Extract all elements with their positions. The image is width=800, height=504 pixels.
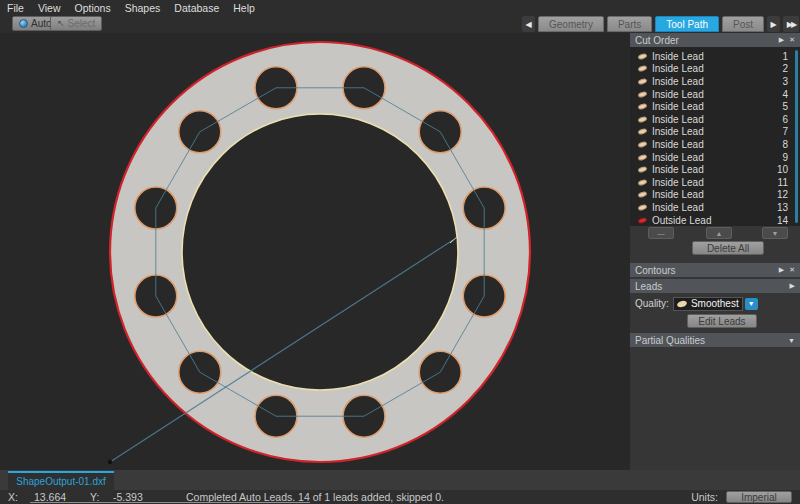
lead-row-number: 3 xyxy=(782,76,788,87)
lead-row-label: Inside Lead xyxy=(652,51,782,62)
cut-order-row[interactable]: Inside Lead6 xyxy=(630,113,800,126)
units-label: Units: xyxy=(691,491,718,503)
cut-order-row[interactable]: Inside Lead11 xyxy=(630,176,800,189)
right-panel: Cut Order ▶ ✕ Inside Lead1Inside Lead2In… xyxy=(630,33,800,470)
application-window: File View Options Shapes Database Help A… xyxy=(0,0,800,504)
cut-order-row[interactable]: Inside Lead9 xyxy=(630,151,800,164)
lead-row-label: Inside Lead xyxy=(652,126,782,137)
lead-row-label: Inside Lead xyxy=(652,152,782,163)
quality-dropdown-arrow-icon[interactable]: ▼ xyxy=(745,298,758,310)
drawing-canvas[interactable] xyxy=(0,33,630,470)
menu-options[interactable]: Options xyxy=(75,2,111,14)
inside-lead-icon xyxy=(637,90,647,98)
inside-lead-icon xyxy=(637,78,647,86)
menu-database[interactable]: Database xyxy=(174,2,219,14)
cut-order-row[interactable]: Inside Lead10 xyxy=(630,163,800,176)
inside-lead-icon xyxy=(637,128,647,136)
quality-dropdown[interactable]: Smoothest xyxy=(673,297,743,311)
cut-order-expand-icon[interactable]: ▶ xyxy=(779,36,784,44)
menu-shapes[interactable]: Shapes xyxy=(125,2,161,14)
lead-row-label: Inside Lead xyxy=(652,202,777,213)
document-tab[interactable]: ShapeOutput-01.dxf xyxy=(8,471,114,490)
contours-close-icon[interactable]: ✕ xyxy=(789,266,795,274)
tab-post[interactable]: Post xyxy=(722,16,764,32)
tab-geometry[interactable]: Geometry xyxy=(538,16,604,32)
cut-order-scrollbar[interactable] xyxy=(795,50,798,223)
cut-order-row[interactable]: Inside Lead2 xyxy=(630,63,800,76)
contours-header[interactable]: Contours ▶ ✕ xyxy=(630,263,800,277)
lead-row-number: 10 xyxy=(777,164,788,175)
status-divider xyxy=(30,502,310,503)
tabs-last-arrow-button[interactable]: ▶▶ xyxy=(783,16,799,32)
move-up-button[interactable]: ▲ xyxy=(706,227,732,239)
lead-row-label: Inside Lead xyxy=(652,101,782,112)
leads-header[interactable]: Leads ▶ xyxy=(630,279,800,293)
document-tab-strip: ShapeOutput-01.dxf xyxy=(0,470,800,490)
lead-row-label: Inside Lead xyxy=(652,164,777,175)
lead-row-label: Inside Lead xyxy=(652,114,782,125)
inside-lead-icon xyxy=(637,65,647,73)
document-tab-label: ShapeOutput-01.dxf xyxy=(16,476,106,487)
cut-order-row[interactable]: Inside Lead1 xyxy=(630,50,800,63)
inside-lead-icon xyxy=(637,166,647,174)
tab-tool-path[interactable]: Tool Path xyxy=(655,16,719,32)
lead-row-number: 7 xyxy=(782,126,788,137)
lead-row-label: Inside Lead xyxy=(652,63,782,74)
cut-order-row[interactable]: Inside Lead3 xyxy=(630,75,800,88)
outside-lead-icon xyxy=(637,216,647,224)
auto-globe-icon xyxy=(19,19,28,28)
cut-order-row[interactable]: Inside Lead7 xyxy=(630,126,800,139)
partial-qualities-header[interactable]: Partial Qualities ▼ xyxy=(630,333,800,347)
quality-label: Quality: xyxy=(635,298,669,309)
leads-expand-icon[interactable]: ▶ xyxy=(790,282,795,290)
auto-button-label: Auto xyxy=(31,18,52,29)
units-selector[interactable]: Imperial xyxy=(726,491,792,503)
tabs-next-arrow-button[interactable]: ▶ xyxy=(767,16,780,32)
contours-title: Contours xyxy=(635,265,774,276)
cut-order-row[interactable]: Inside Lead5 xyxy=(630,100,800,113)
cut-order-row[interactable]: Inside Lead4 xyxy=(630,88,800,101)
lead-row-label: Inside Lead xyxy=(652,76,782,87)
page-tab-bar: ◀ Geometry Parts Tool Path Post ▶ ▶▶ xyxy=(522,16,799,32)
cut-order-row[interactable]: Inside Lead13 xyxy=(630,201,800,214)
lead-row-number: 12 xyxy=(777,189,788,200)
leads-title: Leads xyxy=(635,281,785,292)
lead-row-number: 14 xyxy=(777,215,788,226)
select-button[interactable]: ↖ Select xyxy=(50,16,102,31)
quality-value: Smoothest xyxy=(691,298,739,309)
move-down-button[interactable]: ▼ xyxy=(762,227,788,239)
tab-parts[interactable]: Parts xyxy=(607,16,652,32)
inside-lead-icon xyxy=(637,204,647,212)
menu-file[interactable]: File xyxy=(7,2,24,14)
lead-row-number: 4 xyxy=(782,89,788,100)
cut-order-row[interactable]: Inside Lead12 xyxy=(630,189,800,202)
cut-order-row[interactable]: Inside Lead8 xyxy=(630,138,800,151)
remove-lead-button[interactable]: — xyxy=(648,227,674,239)
lead-row-number: 11 xyxy=(778,177,788,188)
partial-qualities-collapse-icon[interactable]: ▼ xyxy=(788,337,795,344)
edit-leads-button[interactable]: Edit Leads xyxy=(687,314,757,328)
lead-row-label: Inside Lead xyxy=(652,139,782,150)
select-button-label: Select xyxy=(68,18,96,29)
cut-order-header[interactable]: Cut Order ▶ ✕ xyxy=(630,33,800,47)
partial-qualities-title: Partial Qualities xyxy=(635,335,783,346)
menu-view[interactable]: View xyxy=(38,2,61,14)
tabs-prev-arrow-button[interactable]: ◀ xyxy=(522,16,535,32)
inside-lead-icon xyxy=(637,178,647,186)
lead-row-number: 13 xyxy=(777,202,788,213)
lead-row-number: 9 xyxy=(782,152,788,163)
menu-bar: File View Options Shapes Database Help xyxy=(0,0,800,15)
x-coordinate-label: X: xyxy=(8,491,18,503)
inside-lead-icon xyxy=(637,53,647,61)
contours-expand-icon[interactable]: ▶ xyxy=(779,266,784,274)
menu-help[interactable]: Help xyxy=(233,2,255,14)
cut-order-list: Inside Lead1Inside Lead2Inside Lead3Insi… xyxy=(630,47,800,226)
quality-row: Quality: Smoothest ▼ xyxy=(630,295,800,312)
cut-order-row[interactable]: Outside Lead14 xyxy=(630,214,800,227)
cut-order-close-icon[interactable]: ✕ xyxy=(789,36,795,44)
delete-all-button[interactable]: Delete All xyxy=(692,241,764,255)
inside-lead-icon xyxy=(637,115,647,123)
cut-order-buttons: — ▲ ▼ xyxy=(630,227,800,240)
lead-row-number: 5 xyxy=(782,101,788,112)
flange-drawing xyxy=(0,33,630,470)
